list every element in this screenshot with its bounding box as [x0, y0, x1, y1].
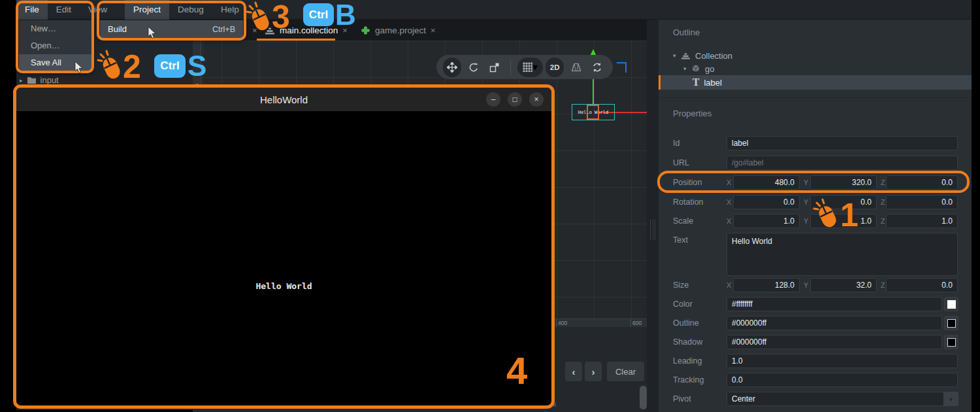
axis-x-label: X	[727, 278, 731, 292]
color-field[interactable]: #ffffffff	[727, 297, 942, 311]
assets-item-label: input	[41, 75, 59, 85]
size-z-field[interactable]: 0.0	[886, 278, 958, 292]
rotation-x-field[interactable]: 0.0	[733, 195, 800, 209]
property-label: Text	[673, 233, 688, 247]
console-scrollbar[interactable]	[640, 386, 647, 409]
size-y-field[interactable]: 32.0	[810, 278, 877, 292]
outline-row-label-selected[interactable]: T label	[659, 75, 972, 90]
scale-x-field[interactable]: 1.0	[733, 214, 800, 228]
ruler-tick	[630, 319, 631, 327]
position-y-field[interactable]: 320.0	[810, 175, 877, 190]
outline-field[interactable]: #000000ff	[727, 316, 942, 330]
assets-item-input[interactable]: ▸ input	[20, 75, 59, 85]
move-tool-button[interactable]	[443, 58, 461, 77]
rotate-tool-button[interactable]	[464, 58, 482, 77]
size-x-field[interactable]: 128.0	[733, 278, 800, 292]
scale-tool-button[interactable]	[485, 58, 504, 77]
rotation-z-field[interactable]: 0.0	[886, 195, 958, 209]
collapsed-arrow-icon[interactable]: ▸	[20, 77, 23, 84]
chevron-down-icon: ▾	[949, 396, 953, 403]
url-field: /go#label	[727, 156, 958, 170]
panel-splitter[interactable]	[647, 20, 659, 412]
scale-z-field[interactable]: 1.0	[886, 214, 958, 228]
shadow-field[interactable]: #000000ff	[727, 335, 942, 349]
position-x-field[interactable]: 480.0	[733, 175, 800, 190]
mouse-click-icon	[97, 50, 125, 82]
expanded-arrow-icon[interactable]: ▾	[683, 65, 691, 72]
outline-swatch-button[interactable]	[944, 316, 958, 330]
pivot-dropdown[interactable]: Center	[727, 392, 958, 406]
property-row-leading: Leading 1.0	[659, 354, 972, 368]
color-swatch-button[interactable]	[944, 297, 958, 311]
axis-z-label: Z	[881, 195, 885, 209]
minimize-button[interactable]: –	[486, 92, 500, 107]
property-label: Color	[673, 297, 693, 311]
shadow-swatch-button[interactable]	[944, 335, 958, 349]
console-prev-button[interactable]: ‹	[565, 362, 582, 381]
axis-y-label: Y	[804, 195, 808, 209]
tab-close-icon[interactable]: ×	[431, 26, 436, 35]
menubar: File Edit View Project Debug Help	[16, 0, 972, 20]
label-type-icon: T	[693, 77, 699, 88]
console-clear-button[interactable]: Clear	[607, 362, 644, 381]
axis-x-label: X	[727, 195, 731, 209]
outline-row-collection[interactable]: ▾ Collection	[659, 49, 972, 62]
property-label: Leading	[673, 354, 702, 368]
menu-item-new[interactable]: New…	[19, 20, 92, 37]
axis-y-label: Y	[804, 175, 808, 190]
ruler-label: 600	[632, 320, 642, 326]
section-divider	[659, 97, 972, 98]
menu-item-build[interactable]: Build	[108, 24, 127, 34]
s-key-letter: S	[188, 52, 206, 80]
axis-z-label: Z	[881, 175, 885, 190]
menu-item-open[interactable]: Open…	[19, 37, 92, 54]
game-window-titlebar[interactable]: HelloWorld	[16, 88, 551, 111]
tab-game-project[interactable]: game.project ×	[354, 20, 442, 41]
menu-debug[interactable]: Debug	[169, 0, 212, 20]
property-label: Pivot	[673, 392, 691, 406]
game-object-icon	[691, 64, 700, 73]
tab-label: game.project	[375, 26, 426, 35]
tracking-field[interactable]: 0.0	[727, 373, 958, 387]
position-z-field[interactable]: 0.0	[886, 175, 958, 190]
outline-row-go[interactable]: ▾ go	[659, 62, 972, 75]
property-row-outline: Outline #000000ff	[659, 316, 972, 330]
text-field[interactable]: Hello World	[727, 233, 958, 276]
leading-field[interactable]: 1.0	[727, 354, 958, 368]
axis-y-label: Y	[804, 214, 808, 228]
2d-mode-button[interactable]: 2D	[546, 58, 564, 77]
menu-edit[interactable]: Edit	[48, 0, 80, 20]
outline-row-label: go	[705, 64, 714, 74]
property-row-id: Id label	[659, 136, 972, 150]
move-icon	[447, 62, 457, 73]
pivot-dropdown-button[interactable]: ▾	[943, 392, 958, 406]
axis-z-label: Z	[881, 278, 885, 292]
close-button[interactable]: ×	[529, 92, 544, 107]
frustum-culling-button[interactable]	[566, 58, 585, 77]
toolbar-divider	[510, 60, 511, 75]
outline-row-label: label	[704, 78, 721, 88]
property-label: Outline	[673, 316, 699, 330]
defold-editor-screenshot: File Edit View Project Debug Help ▸ inpu…	[0, 0, 980, 412]
shadow-swatch	[947, 338, 956, 347]
refresh-button[interactable]	[588, 58, 606, 77]
maximize-button[interactable]: □	[508, 92, 522, 107]
properties-title: Properties	[673, 109, 711, 118]
property-row-tracking: Tracking 0.0	[659, 373, 972, 387]
menu-project[interactable]: Project	[125, 0, 169, 20]
menu-help[interactable]: Help	[212, 0, 248, 20]
axis-x-label: X	[727, 214, 731, 228]
property-label: Shadow	[673, 335, 702, 349]
console-next-button[interactable]: ›	[585, 362, 602, 381]
folder-icon	[27, 77, 37, 84]
project-menu-dropdown: Build Ctrl+B	[99, 20, 244, 39]
grid-options-button[interactable]: ▾	[517, 58, 543, 77]
property-row-color: Color #ffffffff	[659, 297, 972, 311]
menu-file[interactable]: File	[16, 0, 48, 20]
property-row-size: Size X 128.0 Y 32.0 Z 0.0	[659, 278, 972, 292]
expanded-arrow-icon[interactable]: ▾	[673, 52, 681, 59]
outline-title: Outline	[673, 27, 700, 37]
move-manipulator[interactable]	[587, 105, 599, 120]
menu-view[interactable]: View	[80, 0, 116, 20]
id-field[interactable]: label	[727, 136, 958, 150]
